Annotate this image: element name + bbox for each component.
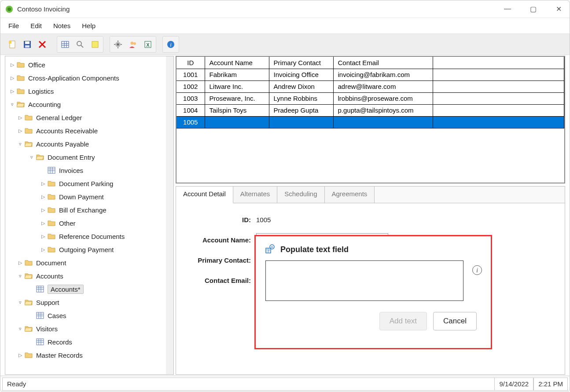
menu-edit[interactable]: Edit (25, 19, 47, 32)
save-icon[interactable] (20, 37, 34, 51)
tree-item[interactable]: ▿Accounts Payable (7, 137, 173, 150)
grid-header[interactable]: Contact Email (333, 57, 433, 69)
tab-account-detail[interactable]: Account Detail (176, 187, 233, 203)
tree-item[interactable]: ▿Accounts (7, 269, 173, 282)
grid-header[interactable]: Primary Contact (269, 57, 333, 69)
populate-text-input[interactable] (265, 260, 463, 301)
grid-cell[interactable] (433, 81, 564, 92)
grid-cell[interactable]: Fabrikam (205, 69, 269, 81)
grid-cell[interactable]: 1003 (177, 92, 205, 104)
users-icon[interactable] (126, 37, 140, 51)
tree-item[interactable]: ▿Document Entry (7, 150, 173, 164)
maximize-button[interactable]: ▢ (526, 5, 540, 13)
expand-arrow-icon[interactable]: ▷ (9, 88, 16, 94)
grid-cell[interactable] (333, 116, 433, 128)
add-text-button[interactable]: Add text (379, 312, 427, 330)
tree-item[interactable]: Invoices (7, 164, 173, 177)
grid-cell[interactable]: Lynne Robbins (269, 92, 333, 104)
expand-arrow-icon[interactable]: ▿ (28, 154, 35, 160)
grid-cell[interactable] (433, 116, 564, 128)
tree-item[interactable]: Records (7, 335, 173, 348)
table-row[interactable]: 1001FabrikamInvoicing Officeinvoicing@fa… (177, 69, 564, 81)
note-icon[interactable] (88, 37, 102, 51)
accounts-grid[interactable]: IDAccount NamePrimary ContactContact Ema… (176, 56, 565, 183)
expand-arrow-icon[interactable]: ▷ (40, 181, 47, 187)
tree-item[interactable]: Accounts* (7, 282, 173, 296)
expand-arrow-icon[interactable]: ▷ (17, 115, 24, 121)
grid-cell[interactable]: Andrew Dixon (269, 81, 333, 92)
settings-icon[interactable] (111, 37, 125, 51)
tree-item[interactable]: ▷Accounts Receivable (7, 124, 173, 137)
tab-agreements[interactable]: Agreements (325, 187, 375, 203)
tree-item[interactable]: ▿Support (7, 296, 173, 309)
delete-icon[interactable] (35, 37, 49, 51)
table-row[interactable]: 1004Tailspin ToysPradeep Guptap.gupta@ta… (177, 104, 564, 116)
grid-cell[interactable] (433, 104, 564, 116)
excel-icon[interactable]: X (141, 37, 155, 51)
menu-help[interactable]: Help (77, 19, 101, 32)
menu-notes[interactable]: Notes (48, 19, 76, 32)
cancel-button[interactable]: Cancel (433, 312, 477, 330)
navigation-tree[interactable]: ▷Office▷Cross-Application Components▷Log… (5, 56, 174, 375)
grid-cell[interactable]: Pradeep Gupta (269, 104, 333, 116)
search-icon[interactable] (73, 37, 87, 51)
tree-item[interactable]: ▷Reference Documents (7, 230, 173, 243)
expand-arrow-icon[interactable]: ▷ (9, 75, 16, 81)
tree-item[interactable]: ▷Document Parking (7, 177, 173, 190)
table-row[interactable]: 1003Proseware, Inc.Lynne Robbinslrobbins… (177, 92, 564, 104)
minimize-button[interactable]: — (501, 5, 514, 13)
expand-arrow-icon[interactable]: ▷ (40, 207, 47, 213)
tree-item[interactable]: ▷Other (7, 216, 173, 230)
popup-info-icon[interactable]: i (472, 265, 482, 275)
info-icon[interactable]: i (164, 37, 178, 51)
grid-cell[interactable]: Proseware, Inc. (205, 92, 269, 104)
expand-arrow-icon[interactable]: ▷ (17, 260, 24, 266)
expand-arrow-icon[interactable]: ▷ (40, 194, 47, 200)
expand-arrow-icon[interactable]: ▷ (9, 62, 16, 68)
tree-item[interactable]: ▷Bill of Exchange (7, 203, 173, 216)
tree-item[interactable]: ▷Down Payment (7, 190, 173, 203)
expand-arrow-icon[interactable]: ▷ (17, 352, 24, 358)
expand-arrow-icon[interactable]: ▷ (40, 247, 47, 253)
expand-arrow-icon[interactable]: ▷ (40, 234, 47, 239)
grid-cell[interactable]: 1005 (177, 116, 205, 128)
grid-header[interactable]: ID (177, 57, 205, 69)
grid-cell[interactable]: Tailspin Toys (205, 104, 269, 116)
grid-cell[interactable]: Litware Inc. (205, 81, 269, 92)
close-button[interactable]: ✕ (552, 5, 565, 13)
grid-cell[interactable] (433, 92, 564, 104)
tab-scheduling[interactable]: Scheduling (277, 187, 324, 203)
grid-cell[interactable]: p.gupta@tailspintoys.com (333, 104, 433, 116)
tree-item[interactable]: ▷Outgoing Payment (7, 243, 173, 256)
grid-cell[interactable]: adrew@litware.com (333, 81, 433, 92)
grid-cell[interactable] (205, 116, 269, 128)
menu-file[interactable]: File (3, 19, 24, 32)
expand-arrow-icon[interactable]: ▿ (17, 300, 24, 305)
expand-arrow-icon[interactable]: ▷ (40, 220, 47, 226)
grid-cell[interactable]: 1004 (177, 104, 205, 116)
tree-item[interactable]: ▷Logistics (7, 84, 173, 98)
grid-header[interactable]: Account Name (205, 57, 269, 69)
tree-item[interactable]: ▷Cross-Application Components (7, 71, 173, 84)
grid-header[interactable] (433, 57, 564, 69)
grid-cell[interactable]: invoicing@fabrikam.com (333, 69, 433, 81)
tree-item[interactable]: ▷Master Records (7, 348, 173, 362)
grid-cell[interactable]: Invoicing Office (269, 69, 333, 81)
grid-cell[interactable] (269, 116, 333, 128)
tree-item[interactable]: Cases (7, 309, 173, 322)
table-row[interactable]: 1002Litware Inc.Andrew Dixonadrew@litwar… (177, 81, 564, 92)
new-file-icon[interactable] (5, 37, 19, 51)
expand-arrow-icon[interactable]: ▷ (17, 128, 24, 134)
tree-item[interactable]: ▷General Ledger (7, 111, 173, 124)
tree-item[interactable]: ▿Visitors (7, 322, 173, 335)
tree-item[interactable]: ▿Accounting (7, 98, 173, 111)
grid-cell[interactable]: 1001 (177, 69, 205, 81)
expand-arrow-icon[interactable]: ▿ (17, 326, 24, 332)
table-icon[interactable] (58, 37, 72, 51)
tab-alternates[interactable]: Alternates (233, 187, 278, 203)
tree-item[interactable]: ▷Document (7, 256, 173, 269)
tree-scrollbar[interactable] (166, 56, 173, 374)
grid-cell[interactable]: 1002 (177, 81, 205, 92)
grid-cell[interactable] (433, 69, 564, 81)
expand-arrow-icon[interactable]: ▿ (9, 102, 16, 107)
